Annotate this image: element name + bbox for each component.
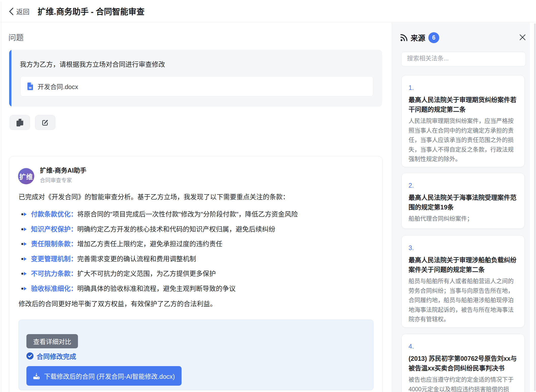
svg-text:w: w: [29, 86, 32, 90]
